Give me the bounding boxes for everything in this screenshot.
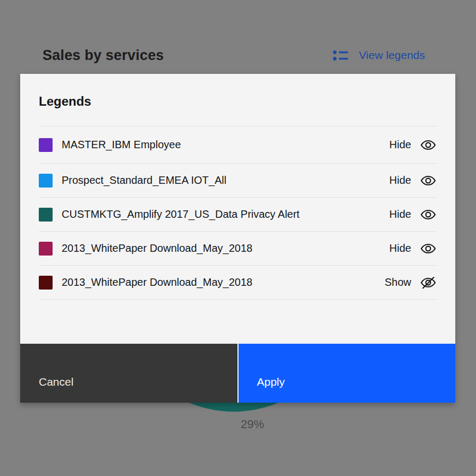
legend-label: CUSTMKTG_Amplify 2017_US_Data Privacy Al… xyxy=(62,208,383,220)
legend-action-label: Hide xyxy=(389,242,411,254)
legend-action-label: Hide xyxy=(389,208,411,220)
legend-row[interactable]: 2013_WhitePaper Download_May_2018 Hide xyxy=(39,231,437,265)
donut-segment-value: 29% xyxy=(231,418,274,431)
legend-color-swatch xyxy=(39,276,53,290)
legend-action-label: Hide xyxy=(389,174,411,186)
view-legends-label: View legends xyxy=(359,49,425,62)
modal-title: Legends xyxy=(20,74,455,109)
view-icon[interactable] xyxy=(420,137,437,154)
legend-label: Prospect_Standard_EMEA IOT_All xyxy=(62,174,383,186)
chart-page: Sales by services View legends 29% Legen… xyxy=(0,0,476,476)
legends-modal: Legends MASTER_IBM Employee Hide Prospec… xyxy=(20,74,455,403)
view-legends-link[interactable]: View legends xyxy=(333,48,425,62)
legend-row[interactable]: CUSTMKTG_Amplify 2017_US_Data Privacy Al… xyxy=(39,197,437,231)
legend-action-label: Show xyxy=(385,276,411,288)
legend-color-swatch xyxy=(39,138,53,152)
legend-row[interactable]: Prospect_Standard_EMEA IOT_All Hide xyxy=(39,163,437,197)
view-icon[interactable] xyxy=(420,172,437,189)
view-icon[interactable] xyxy=(420,206,437,223)
chart-header: Sales by services View legends xyxy=(42,45,425,66)
legend-row[interactable]: MASTER_IBM Employee Hide xyxy=(39,126,437,163)
legend-label: 2013_WhitePaper Download_May_2018 xyxy=(62,242,383,254)
view-icon[interactable] xyxy=(420,240,437,257)
legend-label: 2013_WhitePaper Download_May_2018 xyxy=(62,276,378,288)
legend-list-icon xyxy=(333,48,348,62)
apply-button[interactable]: Apply xyxy=(239,344,456,403)
view-off-icon[interactable] xyxy=(420,274,437,291)
legend-action-label: Hide xyxy=(389,139,411,151)
legend-color-swatch xyxy=(39,208,53,222)
legend-color-swatch xyxy=(39,174,53,188)
legend-row[interactable]: 2013_WhitePaper Download_May_2018 Show xyxy=(39,265,437,299)
cancel-button[interactable]: Cancel xyxy=(20,344,237,403)
legend-color-swatch xyxy=(39,242,53,256)
legend-label: MASTER_IBM Employee xyxy=(62,139,383,151)
legend-list: MASTER_IBM Employee Hide Prospect_Standa… xyxy=(39,126,437,300)
chart-title: Sales by services xyxy=(42,47,164,64)
modal-footer: Cancel Apply xyxy=(20,344,455,403)
